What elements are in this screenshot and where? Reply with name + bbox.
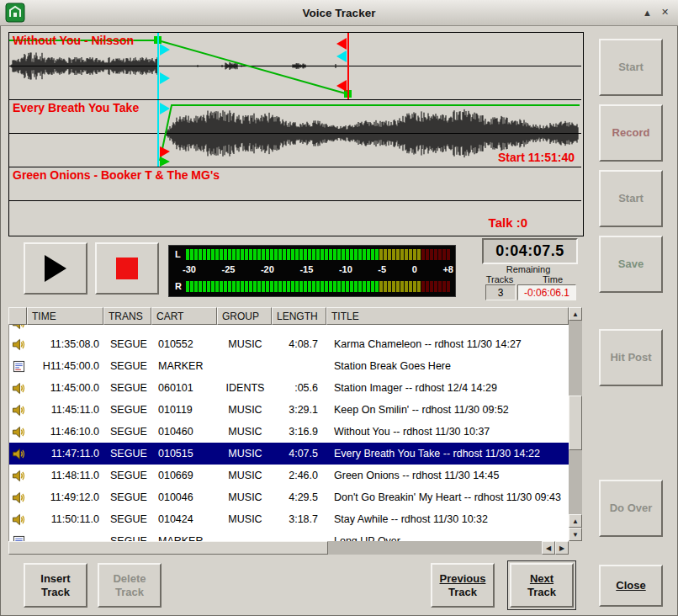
table-row[interactable]: 11:45:00.0 SEGUE 060101 IDENTS :05.6 Sta… (9, 377, 569, 399)
meter-segment (283, 249, 286, 260)
scroll-left-icon[interactable]: ◀ (542, 541, 555, 555)
remaining-time-label: Time (533, 274, 572, 284)
sidebar-button-do-over[interactable]: Do Over (599, 480, 663, 537)
row-trans: SEGUE (104, 470, 152, 481)
table-row[interactable]: 11:35:08.0 SEGUE 010552 MUSIC 4:08.7 Kar… (9, 333, 569, 355)
horizontal-scrollbar-thumb[interactable] (8, 541, 328, 555)
row-trans: SEGUE (104, 513, 152, 525)
column-header-cart[interactable]: CART (151, 307, 217, 325)
horizontal-scrollbar[interactable]: ◀ ▶ (8, 541, 569, 555)
meter-segment (253, 281, 257, 292)
meter-segment (447, 249, 450, 260)
marker-arrow-icon[interactable] (160, 72, 170, 84)
table-row[interactable]: 11:50:11.0 SEGUE 010424 MUSIC 3:18.7 Sta… (9, 508, 569, 530)
marker-arrow-icon[interactable] (336, 38, 347, 50)
column-header-group[interactable]: GROUP (217, 307, 272, 325)
sidebar-button-hit-post[interactable]: Hit Post (599, 329, 663, 386)
meter-segment (249, 281, 252, 292)
row-length: 2:46.0 (273, 470, 327, 481)
scroll-down-icon[interactable]: ▼ (569, 528, 582, 541)
meter-segment (220, 249, 223, 260)
meter-segment (190, 249, 193, 260)
marker-icon (13, 360, 25, 373)
column-header-time[interactable]: TIME (27, 307, 103, 325)
meter-segment (299, 249, 303, 260)
marker-arrow-icon[interactable] (160, 157, 170, 167)
log-header: TIME TRANS CART GROUP LENGTH TITLE (8, 307, 569, 325)
vertical-scrollbar-thumb[interactable] (569, 396, 582, 450)
track-3[interactable]: Green Onions - Booker T & The MG's Talk … (9, 167, 581, 234)
pin-icon[interactable]: ▲ (640, 5, 654, 19)
meter-segment (203, 249, 206, 260)
sidebar-button-record[interactable]: Record (599, 104, 663, 162)
row-cart: 060101 (152, 382, 218, 394)
play-button[interactable] (24, 242, 87, 295)
marker-arrow-icon[interactable] (336, 80, 347, 92)
table-row[interactable]: 11:45:11.0 SEGUE 010119 MUSIC 3:29.1 Kee… (9, 399, 569, 421)
meter-segment (245, 281, 248, 292)
delete-track-label: Delete (113, 572, 146, 586)
track-1-wave (11, 53, 347, 80)
column-header-length[interactable]: LENGTH (272, 307, 326, 325)
sidebar-button-start-2[interactable]: Start (599, 170, 663, 227)
row-group: MUSIC (218, 426, 273, 438)
row-title: Don't Go Breakin' My Heart -- rdhost 11/… (327, 491, 569, 503)
sidebar-button-start-1[interactable]: Start (599, 39, 663, 96)
scroll-right-icon[interactable]: ▶ (555, 541, 569, 555)
scroll-up-icon[interactable]: ▲ (569, 307, 582, 321)
row-title: Karma Chameleon -- rdhost 11/30 14:27 (327, 338, 569, 350)
meter-scale-label: -20 (261, 264, 274, 276)
table-row[interactable]: SEGUE MARKER Long UP Over (9, 530, 569, 541)
previous-track-button[interactable]: Previous Track (431, 563, 495, 608)
meter-right-label: R (175, 281, 182, 291)
scroll-up-icon[interactable]: ▲ (569, 514, 582, 528)
vertical-scrollbar[interactable]: ▲ ▲ ▼ (569, 307, 582, 541)
next-track-button[interactable]: Next Track (510, 563, 574, 608)
table-row[interactable]: 11:49:12.0 SEGUE 010046 MUSIC 4:29.5 Don… (9, 486, 569, 508)
row-time: H11:45:00.0 (28, 360, 104, 372)
row-cart: 010552 (152, 338, 218, 350)
column-header-icon[interactable] (8, 307, 27, 325)
marker-arrow-icon[interactable] (336, 50, 347, 62)
marker-arrow-icon[interactable] (160, 44, 170, 56)
meter-segment (215, 281, 219, 292)
close-icon[interactable]: ✕ (658, 5, 672, 19)
table-row[interactable] (9, 325, 569, 333)
insert-track-button[interactable]: Insert Track (24, 563, 87, 608)
column-header-title[interactable]: TITLE (326, 307, 569, 325)
talk-counter: Talk :0 (489, 215, 527, 230)
row-group: MUSIC (218, 404, 273, 416)
marker-arrow-icon[interactable] (160, 103, 170, 114)
speaker-icon (12, 325, 25, 330)
meter-segment (224, 249, 227, 260)
close-button[interactable]: Close (599, 565, 663, 607)
marker-arrow-icon[interactable] (160, 146, 170, 157)
meter-segment (413, 281, 416, 292)
meter-segment (342, 281, 345, 292)
sidebar-button-save[interactable]: Save (599, 236, 663, 293)
meter-segment (333, 281, 336, 292)
titlebar[interactable]: Voice Tracker ▲ ✕ (0, 0, 678, 26)
waveform-panel: Without You - Nilsson Every Breath You T… (8, 32, 584, 236)
stop-button[interactable] (95, 242, 159, 295)
meter-segment (316, 281, 320, 292)
meter-segment (194, 281, 198, 292)
column-header-trans[interactable]: TRANS (103, 307, 151, 325)
row-cart: 010515 (152, 448, 218, 459)
table-row[interactable]: H11:45:00.0 SEGUE MARKER Station Break G… (9, 355, 569, 377)
table-row[interactable]: 11:48:11.0 SEGUE 010669 MUSIC 2:46.0 Gre… (9, 465, 569, 486)
table-row[interactable]: 11:47:11.0 SEGUE 010515 MUSIC 4:07.5 Eve… (9, 443, 569, 465)
row-group: MUSIC (218, 448, 273, 459)
row-group: MUSIC (218, 470, 273, 481)
meter-segment (257, 281, 261, 292)
meter-segment (262, 249, 265, 260)
meter-segment (304, 281, 307, 292)
meter-segment (207, 249, 210, 260)
track-1[interactable]: Without You - Nilsson (9, 33, 581, 100)
previous-track-label: Previous (440, 572, 486, 586)
table-row[interactable]: 11:46:10.0 SEGUE 010460 MUSIC 3:16.9 Wit… (9, 421, 569, 443)
remaining-time-value: -0:06:06.1 (517, 284, 576, 300)
meter-segment (363, 281, 366, 292)
meter-segment (245, 249, 248, 260)
track-2[interactable]: Every Breath You Take Start 11:51:40 (9, 100, 581, 167)
